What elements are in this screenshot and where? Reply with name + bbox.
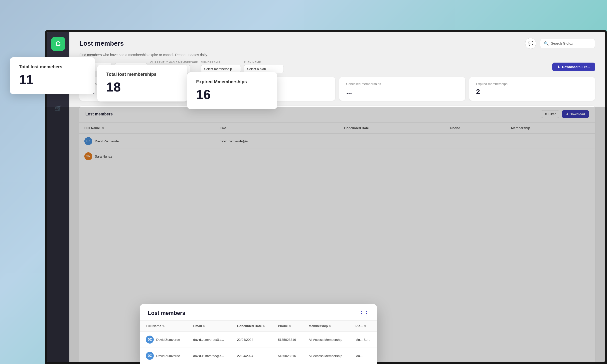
search-input[interactable] (551, 41, 591, 45)
modal-date-2: 22/04/2024 (231, 348, 272, 364)
modal-phone-1: 5135028316 (272, 332, 303, 348)
stat-cancelled-label: Cancelled memberships (346, 82, 458, 86)
filter-membership-select[interactable]: Select membership (201, 65, 241, 73)
stat-expired-label: Expired memberships (476, 82, 588, 86)
modal-table-header: Full Name ⇅ Email ⇅ Concluded Date ⇅ Pho… (140, 321, 377, 332)
page-description: Find members who have had a membership e… (69, 49, 605, 61)
tooltip-lost-memberships: Total lost memberships 18 (97, 65, 187, 101)
tooltip-expired-value: 16 (196, 87, 268, 102)
tooltip-members-value: 11 (19, 72, 86, 87)
modal-membership-1: All Access Membership (303, 332, 349, 348)
header: Lost members 💬 🔍 (69, 32, 605, 49)
modal-options-icon[interactable]: ⋮⋮ (359, 310, 369, 316)
modal-member-cell-1: DZ David Zumvorde (146, 336, 181, 344)
modal-col-phone: Phone ⇅ (272, 321, 303, 332)
modal-overlay[interactable]: Lost members ⋮⋮ Full Name ⇅ Email ⇅ Conc… (45, 107, 607, 364)
modal-table-row[interactable]: DZ David Zumvorde david.zumvorde@a... 22… (140, 348, 377, 364)
header-right: 💬 🔍 (525, 38, 595, 49)
stat-expired-value: 2 (476, 88, 588, 96)
filter-group-membership: Membership Select membership (201, 61, 241, 73)
modal-col-name: Full Name ⇅ (140, 321, 187, 332)
filter-plan-label: Plan Name (244, 61, 284, 64)
modal-membership-2: All Access Membership (303, 348, 349, 364)
modal-header: Lost members ⋮⋮ (140, 304, 377, 321)
tooltip-expired-title: Expired Mmemberships (196, 79, 268, 85)
modal-name-2: David Zumvorde (156, 354, 180, 358)
filter-membership-label: Membership (201, 61, 241, 64)
modal-plan-2: Mo... (349, 348, 377, 364)
modal-name-1: David Zumvorde (156, 338, 180, 342)
modal-avatar-dz-1: DZ (146, 336, 154, 344)
stat-card-cancelled: Cancelled memberships ... (339, 77, 465, 101)
modal-phone-2: 5135028316 (272, 348, 303, 364)
tooltip-members-title: Total lost memebers (19, 64, 86, 70)
modal-email-1: david.zumvorde@a... (187, 332, 231, 348)
modal-date-1: 22/04/2024 (231, 332, 272, 348)
modal-col-membership: Membership ⇅ (303, 321, 349, 332)
modal-table-row[interactable]: DZ David Zumvorde david.zumvorde@a... 22… (140, 332, 377, 348)
download-icon: ⬇ (557, 65, 560, 69)
search-bar[interactable]: 🔍 (540, 39, 595, 48)
modal-table: Full Name ⇅ Email ⇅ Concluded Date ⇅ Pho… (140, 321, 377, 364)
chat-button[interactable]: 💬 (525, 38, 536, 49)
modal: Lost members ⋮⋮ Full Name ⇅ Email ⇅ Conc… (140, 304, 377, 364)
filter-membership-status-label: Currently has a membership (150, 61, 198, 64)
tooltip-expired-memberships: Expired Mmemberships 16 (187, 72, 277, 109)
filter-plan-select[interactable]: Select a plan (244, 65, 284, 73)
tooltip-lost-members: Total lost memebers 11 (10, 57, 95, 94)
stat-card-expired: Expired memberships 2 (469, 77, 595, 101)
modal-col-concluded-date: Concluded Date ⇅ (231, 321, 272, 332)
filter-group-plan: Plan Name Select a plan (244, 61, 284, 73)
modal-plan-1: Mo... Su... (349, 332, 377, 348)
tooltip-memberships-value: 18 (106, 80, 178, 94)
modal-title: Lost members (148, 310, 185, 316)
download-full-report-button[interactable]: ⬇ Download full re... (552, 63, 595, 71)
modal-col-email: Email ⇅ (187, 321, 231, 332)
search-icon: 🔍 (544, 41, 549, 46)
tooltip-memberships-title: Total lost memberships (106, 72, 178, 77)
page-title: Lost members (79, 40, 124, 47)
sidebar-logo[interactable]: G (51, 37, 65, 51)
stat-cancelled-value: ... (346, 88, 458, 96)
modal-email-2: david.zumvorde@a... (187, 348, 231, 364)
modal-col-plan: Pla... ⇅ (349, 321, 377, 332)
modal-avatar-dz-2: DZ (146, 352, 154, 360)
modal-member-cell-2: DZ David Zumvorde (146, 352, 181, 360)
